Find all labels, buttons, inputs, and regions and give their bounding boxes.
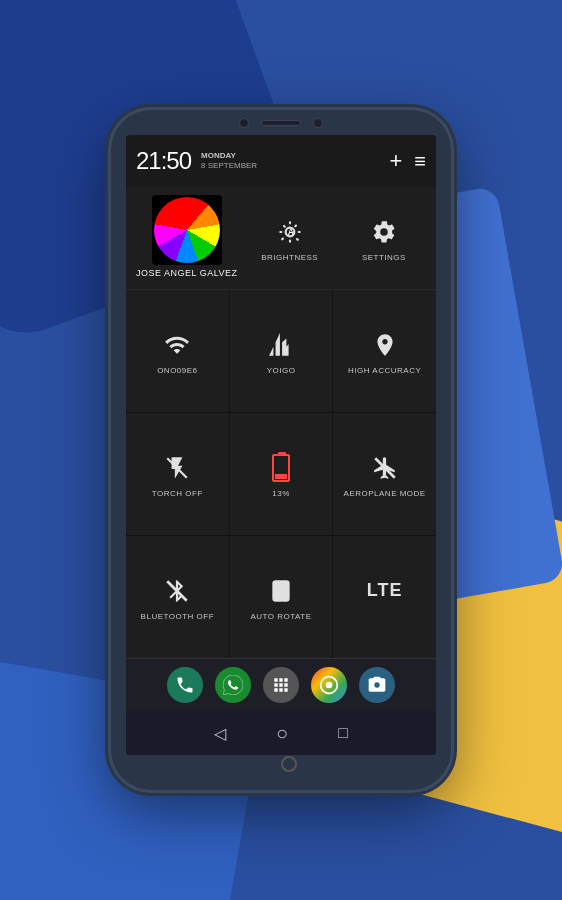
dock-whatsapp-icon[interactable] bbox=[215, 667, 251, 703]
torch-label: TORCH OFF bbox=[152, 489, 203, 498]
lte-text: LTE bbox=[367, 580, 403, 601]
location-label: HIGH ACCURACY bbox=[348, 366, 421, 375]
aeroplane-icon bbox=[372, 453, 398, 483]
svg-point-6 bbox=[326, 682, 333, 689]
dock-chrome-icon[interactable] bbox=[311, 667, 347, 703]
torch-icon bbox=[164, 453, 190, 483]
bluetooth-label: BLUETOOTH OFF bbox=[141, 612, 214, 621]
qs-tiles-grid: ONO09E6 YOIGO bbox=[126, 290, 436, 658]
autorotate-label: AUTO ROTATE bbox=[250, 612, 311, 621]
status-bar: 21:50 MONDAY 8 SEPTEMBER + ≡ bbox=[126, 135, 436, 187]
back-button[interactable]: ◁ bbox=[214, 724, 226, 743]
screen: 21:50 MONDAY 8 SEPTEMBER + ≡ JOSE ANGEL … bbox=[126, 135, 436, 755]
battery-label: 13% bbox=[272, 489, 290, 498]
svg-text:A: A bbox=[287, 227, 294, 237]
status-time: 21:50 bbox=[136, 147, 191, 175]
settings-label: SETTINGS bbox=[362, 253, 406, 262]
spinner-icon bbox=[154, 197, 220, 263]
status-actions: + ≡ bbox=[389, 148, 426, 174]
tile-wifi[interactable]: ONO09E6 bbox=[126, 290, 229, 412]
tile-torch[interactable]: TORCH OFF bbox=[126, 413, 229, 535]
tile-aeroplane[interactable]: AEROPLANE MODE bbox=[333, 413, 436, 535]
settings-icon bbox=[371, 217, 397, 247]
battery-icon bbox=[272, 453, 290, 483]
nav-bar: ◁ ○ □ bbox=[126, 711, 436, 755]
home-button[interactable]: ○ bbox=[276, 722, 288, 745]
wifi-icon bbox=[164, 330, 190, 360]
front-camera bbox=[239, 118, 249, 128]
svg-rect-4 bbox=[273, 581, 288, 601]
brightness-label: BRIGHTNESS bbox=[261, 253, 318, 262]
status-date-text: 8 SEPTEMBER bbox=[201, 161, 257, 171]
phone-top-bar bbox=[111, 118, 451, 128]
phone-shell: 21:50 MONDAY 8 SEPTEMBER + ≡ JOSE ANGEL … bbox=[111, 110, 451, 790]
dock-phone-icon[interactable] bbox=[167, 667, 203, 703]
profile-name: JOSE ANGEL GALVEZ bbox=[136, 265, 238, 281]
dock-camera-icon[interactable] bbox=[359, 667, 395, 703]
signal-label: YOIGO bbox=[267, 366, 296, 375]
tile-settings[interactable]: SETTINGS bbox=[342, 205, 426, 272]
tile-battery[interactable]: 13% bbox=[230, 413, 333, 535]
profile-avatar[interactable] bbox=[152, 195, 222, 265]
dock-apps-icon[interactable] bbox=[263, 667, 299, 703]
tile-signal[interactable]: YOIGO bbox=[230, 290, 333, 412]
status-day: MONDAY bbox=[201, 151, 257, 161]
recent-button[interactable]: □ bbox=[338, 724, 348, 742]
tile-lte[interactable]: LTE LTE bbox=[333, 536, 436, 658]
tile-brightness[interactable]: A BRIGHTNESS bbox=[248, 205, 332, 272]
lte-icon: LTE bbox=[367, 576, 403, 606]
qs-panel: JOSE ANGEL GALVEZ A BRIGHTNESS bbox=[126, 187, 436, 755]
location-icon bbox=[372, 330, 398, 360]
signal-icon bbox=[268, 330, 294, 360]
bluetooth-icon bbox=[164, 576, 190, 606]
lte-label: LTE bbox=[377, 612, 393, 621]
list-icon[interactable]: ≡ bbox=[414, 150, 426, 173]
brightness-icon: A bbox=[277, 217, 303, 247]
sensor bbox=[313, 118, 323, 128]
add-icon[interactable]: + bbox=[389, 148, 402, 174]
wifi-label: ONO09E6 bbox=[157, 366, 197, 375]
avatar-wrapper: JOSE ANGEL GALVEZ bbox=[136, 195, 238, 281]
tile-autorotate[interactable]: AUTO ROTATE bbox=[230, 536, 333, 658]
autorotate-icon bbox=[268, 576, 294, 606]
earpiece-speaker bbox=[261, 120, 301, 126]
status-date: MONDAY 8 SEPTEMBER bbox=[201, 151, 257, 172]
profile-row: JOSE ANGEL GALVEZ A BRIGHTNESS bbox=[126, 187, 436, 290]
aeroplane-label: AEROPLANE MODE bbox=[344, 489, 426, 498]
dock-area bbox=[126, 658, 436, 711]
tile-location[interactable]: HIGH ACCURACY bbox=[333, 290, 436, 412]
tile-bluetooth[interactable]: BLUETOOTH OFF bbox=[126, 536, 229, 658]
